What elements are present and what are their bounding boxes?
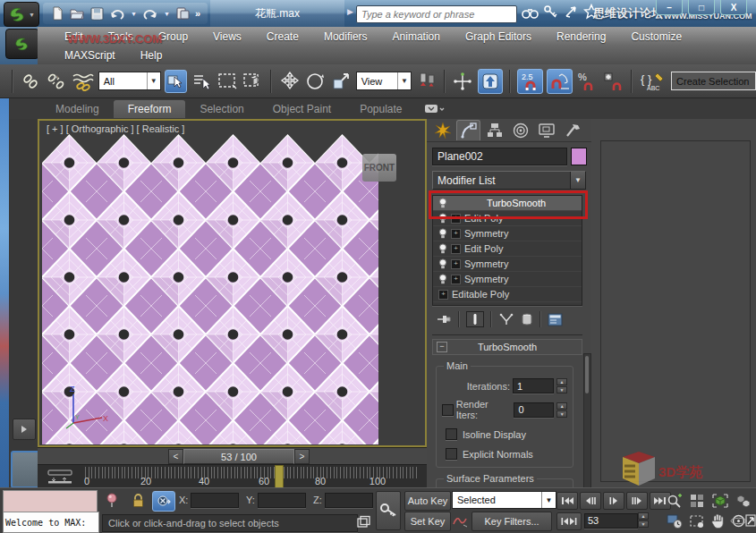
communication-center-icon[interactable] <box>564 4 579 20</box>
z-coordinate-field[interactable] <box>325 493 373 508</box>
ribbon-tab-object-paint[interactable]: Object Paint <box>259 100 345 118</box>
angle-snap-toggle[interactable] <box>547 69 573 94</box>
play-animation-button[interactable] <box>603 492 624 510</box>
isoline-display-checkbox[interactable] <box>446 428 457 440</box>
menu-rendering[interactable]: Rendering <box>544 30 618 43</box>
remove-modifier-icon[interactable] <box>521 313 533 326</box>
search-binoculars-icon[interactable] <box>522 5 539 20</box>
expand-icon[interactable]: + <box>451 244 461 254</box>
absolute-mode-transform-toggle[interactable] <box>152 491 175 512</box>
zoom-all-icon[interactable] <box>689 493 705 509</box>
menu-help[interactable]: Help <box>128 49 175 62</box>
expand-icon[interactable]: + <box>451 259 461 269</box>
edit-named-selection-sets-icon[interactable]: { }ABC <box>639 70 667 93</box>
menu-edit[interactable]: Edit <box>52 30 96 43</box>
object-color-swatch[interactable] <box>571 148 587 165</box>
minimize-button[interactable]: – <box>656 0 683 15</box>
set-key-button[interactable]: Set Key <box>404 512 451 531</box>
subscription-key-icon[interactable] <box>543 4 558 20</box>
current-frame-marker[interactable] <box>275 465 284 489</box>
grid-snap-icon[interactable] <box>356 515 371 529</box>
previous-frame-button[interactable]: < <box>168 449 183 464</box>
keyboard-shortcut-override-toggle[interactable] <box>478 69 504 94</box>
use-pivot-point-icon[interactable] <box>415 70 437 93</box>
viewport-orthographic[interactable]: [ + ] [ Orthographic ] [ Realistic ] <box>38 119 427 447</box>
bind-to-space-warp-icon[interactable] <box>72 70 95 93</box>
application-logo-small[interactable] <box>5 29 39 59</box>
tab-motion[interactable] <box>508 120 532 140</box>
infocenter-search[interactable] <box>356 5 517 23</box>
auto-key-button[interactable]: Auto Key <box>404 491 451 511</box>
ribbon-tab-selection[interactable]: Selection <box>185 100 258 118</box>
stack-item-editable-poly[interactable]: + Editable Poly <box>433 287 582 302</box>
tab-create[interactable] <box>430 120 454 140</box>
key-mode-toggle-button[interactable] <box>556 512 582 530</box>
snaps-toggle-2-5d[interactable]: 2.5 <box>517 69 543 94</box>
iterations-spinner[interactable]: ▲▼ <box>556 378 567 393</box>
default-in-out-tangents-icon[interactable] <box>452 513 468 528</box>
reference-coordinate-dropdown[interactable]: View ▼ <box>356 72 412 90</box>
make-unique-icon[interactable] <box>498 313 514 326</box>
redo-dropdown-arrow-icon[interactable]: ▼ <box>164 11 170 17</box>
application-menu-button[interactable]: ▼ <box>4 2 39 27</box>
maxscript-listener-macro-pane[interactable] <box>3 490 98 512</box>
maxscript-listener-output[interactable]: Welcome to MAX: <box>3 512 99 533</box>
menu-group[interactable]: Group <box>146 30 200 43</box>
select-and-manipulate-icon[interactable] <box>452 70 474 93</box>
percent-snap-toggle[interactable]: % <box>576 70 599 93</box>
menu-animation[interactable]: Animation <box>380 30 453 43</box>
scrollbar-thumb[interactable] <box>585 356 589 393</box>
pan-view-hand-icon[interactable] <box>709 512 726 529</box>
lightbulb-icon[interactable] <box>438 243 447 255</box>
render-iters-checkbox[interactable] <box>442 404 454 416</box>
current-frame-field[interactable] <box>584 513 638 529</box>
field-of-view-region-icon[interactable] <box>689 513 705 529</box>
stack-item-edit-poly-2[interactable]: + Edit Poly <box>433 241 582 257</box>
maximize-button[interactable]: □ <box>688 0 715 15</box>
frame-spinner[interactable]: ▲▼ <box>638 512 649 528</box>
viewcube-front-label[interactable]: FRONT <box>362 154 396 182</box>
iterations-field[interactable]: 1 <box>513 378 554 393</box>
surface-parameters-header[interactable]: Surface Parameters <box>444 473 537 484</box>
x-coordinate-input[interactable] <box>191 495 243 505</box>
selection-filter-dropdown[interactable]: All ▼ <box>98 72 161 90</box>
zoom-selected-icon[interactable] <box>667 493 683 509</box>
menu-graph-editors[interactable]: Graph Editors <box>453 30 544 43</box>
stack-item-symmetry-3[interactable]: + Symmetry <box>433 272 582 287</box>
open-file-icon[interactable] <box>70 7 85 21</box>
pin-stack-icon[interactable] <box>436 313 452 326</box>
unlink-selection-icon[interactable]: ✳ <box>46 70 68 93</box>
select-and-rotate-icon[interactable] <box>304 70 327 93</box>
menu-create[interactable]: Create <box>254 30 311 43</box>
select-and-scale-icon[interactable] <box>330 70 353 93</box>
show-end-result-icon[interactable] <box>466 311 484 327</box>
menu-customize[interactable]: Customize <box>618 30 694 43</box>
spinner-snap-toggle[interactable] <box>602 70 624 93</box>
close-button[interactable]: X <box>720 0 747 15</box>
select-and-move-icon[interactable] <box>278 70 301 93</box>
project-folder-icon[interactable] <box>175 6 190 21</box>
lightbulb-icon[interactable] <box>438 274 447 285</box>
render-iters-field[interactable]: 0 <box>514 402 554 418</box>
tab-hierarchy[interactable] <box>482 120 506 140</box>
stack-item-symmetry[interactable]: + Symmetry <box>433 226 582 241</box>
configure-modifier-sets-icon[interactable] <box>548 313 563 326</box>
rectangular-selection-region-icon[interactable] <box>216 70 238 93</box>
rollout-header[interactable]: − TurboSmooth <box>432 339 582 355</box>
isolate-selection-icon[interactable] <box>106 493 118 509</box>
undo-dropdown-arrow-icon[interactable]: ▼ <box>131 11 137 17</box>
menu-tools[interactable]: Tools <box>96 30 146 43</box>
window-crossing-toggle-icon[interactable] <box>242 70 264 93</box>
object-name-field[interactable]: Plane002 <box>432 148 567 165</box>
next-frame-playback-button[interactable] <box>626 492 648 510</box>
select-by-name-icon[interactable] <box>191 70 213 93</box>
y-coordinate-input[interactable] <box>259 495 310 505</box>
tab-modify[interactable] <box>456 120 480 140</box>
selection-set-dropdown[interactable]: Selected ▼ <box>452 491 556 509</box>
tab-utilities[interactable] <box>560 120 584 140</box>
next-frame-button[interactable]: > <box>294 449 310 464</box>
zoom-extents-all-icon[interactable] <box>735 493 752 509</box>
redo-icon[interactable] <box>142 7 158 21</box>
select-and-link-icon[interactable] <box>20 70 42 93</box>
current-frame-input[interactable] <box>585 515 642 526</box>
